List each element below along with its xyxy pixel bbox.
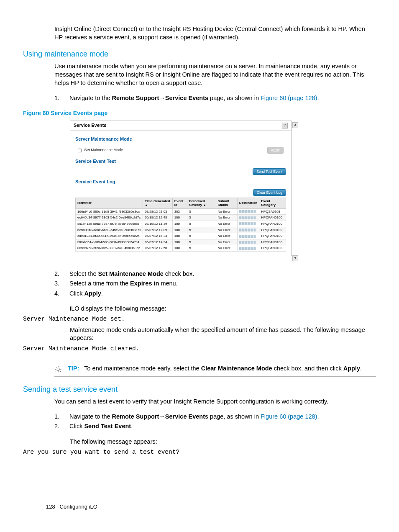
table-row[interactable]: 8c1b4125-89a8-73c7-6f75-d5cc48996dcc06/1…: [76, 221, 286, 227]
footer-label: Configuring iLO: [60, 504, 97, 510]
cell-event-id: 100: [172, 215, 187, 221]
mm-auto-end-para: Maintenance mode ends automatically when…: [70, 326, 372, 342]
list-number: 3.: [54, 280, 62, 288]
cell-category: HPQFAN0100: [259, 227, 286, 233]
tip-bold1: Clear Maintenance Mode: [201, 365, 272, 372]
clear-event-log-button[interactable]: Clear Event Log: [253, 189, 286, 196]
apply-button[interactable]: Apply: [267, 147, 284, 154]
help-icon[interactable]: ?: [282, 123, 288, 129]
cell-status: No Error: [216, 208, 237, 215]
arrow: →: [159, 413, 165, 420]
svg-line-5: [56, 367, 56, 368]
tip-mid: check box, and then click: [272, 365, 343, 372]
cell-severity: 5: [187, 245, 216, 252]
cell-category: HPQFAN0100: [259, 239, 286, 245]
step2-pre: Select the: [69, 270, 98, 277]
st2-post: .: [131, 423, 133, 429]
scrollbar[interactable]: ▲ ▼: [292, 121, 298, 263]
cell-time: 06/07/12 12:58: [143, 245, 173, 252]
cell-category: HPQSA0303: [259, 208, 286, 215]
cell-time: 06/07/12 16:33: [143, 233, 173, 239]
list-number: 2.: [54, 270, 62, 278]
st-step-1: 1. Navigate to the Remote Support→Servic…: [54, 412, 376, 422]
st2-b: Send Test Event: [84, 423, 131, 429]
figure-caption: Figure 60 Service Events page: [23, 109, 376, 117]
cell-category: HPQFAN0100: [259, 233, 286, 239]
code-confirm: Are you sure you want to send a test eve…: [23, 448, 376, 457]
scroll-up-icon[interactable]: ▲: [292, 122, 298, 128]
cell-identifier: cd981221-ef39-461b-393c-bd95cb4c6c2a: [76, 233, 143, 239]
step4-post: .: [101, 290, 103, 297]
list-number: 4.: [54, 290, 62, 298]
figure-link[interactable]: Figure 60 (page 128): [261, 95, 317, 101]
arrow: →: [159, 95, 165, 101]
cell-identifier: 160a94c0-880c-11d8-3941-f93633b0a8cc: [76, 208, 143, 215]
cell-severity: 5: [187, 208, 216, 215]
set-maintenance-mode-checkbox[interactable]: [78, 149, 82, 152]
sort-arrow-icon: ▲: [145, 203, 148, 206]
cell-category: HPQFAN0100: [259, 221, 286, 227]
figure-link-2[interactable]: Figure 60 (page 128): [261, 413, 317, 420]
st2-pre: Click: [69, 423, 84, 429]
section-service-event-log: Service Event Log: [75, 179, 286, 185]
cell-identifier: f98ab361-dd89-b500-f7b0-d9d3808247c4: [76, 239, 143, 245]
st1-post: page, as shown in: [208, 413, 261, 420]
tip-text-pre: To end maintenance mode early, select th…: [84, 365, 201, 372]
table-row[interactable]: cd981221-ef39-461b-393c-bd95cb4c6c2a06/0…: [76, 233, 286, 239]
cell-destination: [237, 239, 259, 245]
col-severity[interactable]: Perceived Severity ▲: [187, 198, 216, 208]
list-number: 1.: [54, 413, 62, 421]
cell-category: HPQFAN0100: [259, 245, 286, 252]
col-category[interactable]: Event Category: [259, 198, 286, 208]
send-test-para: You can send a test event to verify that…: [54, 398, 372, 406]
cell-event-id: 303: [172, 208, 187, 215]
cell-status: No Error: [216, 227, 237, 233]
tip-bold2: Apply: [343, 365, 360, 372]
cell-time: 06/19/12 12:48: [143, 215, 173, 221]
cell-category: HPQFAN0100: [259, 215, 286, 221]
cell-destination: [237, 208, 259, 215]
cell-destination: [237, 233, 259, 239]
cell-severity: 5: [187, 227, 216, 233]
table-row[interactable]: f98ab361-dd89-b500-f7b0-d9d3808247c406/0…: [76, 239, 286, 245]
step3-pre: Select a time from the: [69, 280, 130, 287]
event-log-table: Identifier Time Generated ▲ Event Id Per…: [75, 198, 286, 252]
cell-destination: [237, 221, 259, 227]
col-identifier[interactable]: Identifier: [76, 198, 143, 208]
col-destination[interactable]: Destination: [237, 198, 259, 208]
cell-severity: 5: [187, 233, 216, 239]
step1-remote-support: Remote Support: [112, 95, 159, 101]
send-test-event-button[interactable]: Send Test Event: [253, 168, 286, 175]
table-row[interactable]: ec646b34-8977-3863-54c2-0ee8486c2d7c06/1…: [76, 215, 286, 221]
table-row[interactable]: 8859d768-bf2d-3bf5-3831-c4134f803a36506/…: [76, 245, 286, 252]
col-submit[interactable]: Submit Status: [216, 198, 237, 208]
intro-paragraph: Insight Online (Direct Connect) or to th…: [54, 25, 372, 41]
st1-pre: Navigate to the: [69, 413, 112, 420]
code-cleared: Server Maintenance Mode cleared.: [23, 345, 376, 353]
cell-time: 06/07/12 17:09: [143, 227, 173, 233]
tip-label: TIP:: [68, 365, 79, 372]
cell-identifier: 8859d768-bf2d-3bf5-3831-c4134f803a365: [76, 245, 143, 252]
col-event-id[interactable]: Event Id: [172, 198, 187, 208]
mm-step-3: 3. Select a time from the Expires in men…: [54, 279, 376, 289]
maintenance-mode-paragraph: Use maintenance mode when you are perfor…: [54, 62, 372, 87]
code-set: Server Maintenance Mode set.: [23, 315, 376, 324]
step3-bold: Expires in: [130, 280, 159, 287]
ilo-msg-intro: iLO displays the following message:: [70, 305, 372, 313]
cell-status: No Error: [216, 221, 237, 227]
table-row[interactable]: 160a94c0-880c-11d8-3941-f93633b0a8cc08/2…: [76, 208, 286, 215]
heading-send-test: Sending a test service event: [23, 384, 376, 394]
table-row[interactable]: be588948-adae-6bd3-c45e-918e063c0d7106/0…: [76, 227, 286, 233]
cell-identifier: ec646b34-8977-3863-54c2-0ee8486c2d7c: [76, 215, 143, 221]
st1-b2: Service Events: [165, 413, 208, 420]
step1-end: .: [317, 95, 319, 101]
col-time[interactable]: Time Generated ▲: [143, 198, 173, 208]
cell-event-id: 100: [172, 239, 187, 245]
cell-severity: 5: [187, 239, 216, 245]
mm-step-2: 2. Select the Set Maintenance Mode check…: [54, 269, 376, 279]
scroll-down-icon[interactable]: ▼: [292, 255, 298, 261]
st1-b1: Remote Support: [112, 413, 159, 420]
tip-box: TIP: To end maintenance mode early, sele…: [54, 361, 376, 377]
st1-end: .: [317, 413, 319, 420]
cell-status: No Error: [216, 233, 237, 239]
